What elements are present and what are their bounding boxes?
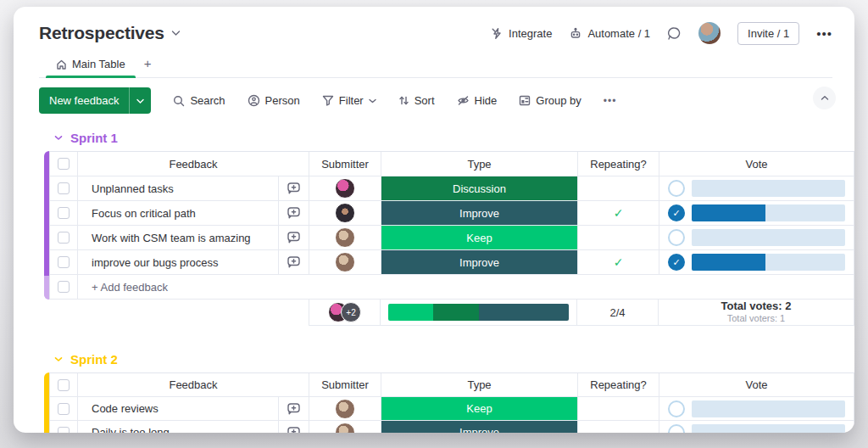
feedback-cell[interactable]: improve our bugs process [78, 250, 279, 275]
column-header-type[interactable]: Type [381, 373, 578, 397]
repeating-cell[interactable] [578, 176, 659, 201]
type-label: Discussion [381, 176, 577, 200]
repeating-cell[interactable]: ✓ [578, 201, 659, 226]
group-by-button[interactable]: Group by [519, 94, 581, 107]
submitter-cell[interactable] [309, 250, 381, 275]
automate-icon [569, 27, 582, 40]
repeating-cell[interactable] [578, 226, 659, 250]
row-checkbox[interactable] [50, 275, 78, 300]
vote-bar [692, 180, 845, 197]
automate-button[interactable]: Automate / 1 [569, 27, 650, 40]
add-update-button[interactable] [279, 201, 309, 226]
submitter-cell[interactable] [309, 201, 381, 226]
submitter-cell[interactable] [309, 397, 381, 421]
submitter-avatar [335, 227, 355, 248]
filter-icon [322, 95, 334, 106]
add-update-button[interactable] [279, 250, 309, 275]
column-header-type[interactable]: Type [381, 152, 578, 176]
row-checkbox[interactable] [50, 397, 78, 421]
vote-checkbox[interactable]: ✓ [668, 229, 685, 246]
group-title-sprint2[interactable]: Sprint 2 [54, 352, 854, 367]
home-icon [56, 59, 67, 70]
board-more-menu[interactable]: ••• [816, 26, 832, 41]
chat-button[interactable] [667, 26, 682, 41]
table-row: Code reviews Keep ✓ [50, 397, 854, 421]
type-cell[interactable]: Improve [381, 250, 578, 275]
page-title: Retrospectives [39, 23, 164, 43]
new-feedback-button[interactable]: New feedback [39, 87, 151, 114]
type-cell[interactable]: Improve [381, 201, 578, 226]
feedback-cell[interactable]: Unplanned tasks [78, 176, 279, 201]
add-update-button[interactable] [279, 397, 309, 421]
feedback-cell[interactable]: Work with CSM team is amazing [78, 226, 279, 250]
select-all-checkbox[interactable] [50, 373, 78, 397]
hide-button[interactable]: Hide [457, 94, 498, 107]
vote-checkbox[interactable]: ✓ [668, 400, 685, 417]
feedback-cell[interactable]: Code reviews [78, 397, 279, 421]
vote-bar [692, 400, 845, 417]
add-update-button[interactable] [279, 226, 309, 250]
collapse-toolbar-button[interactable] [813, 87, 836, 109]
sort-button[interactable]: Sort [398, 94, 435, 107]
board-header: Retrospectives Integrate Automate / 1 [14, 7, 854, 78]
desktop-background: Retrospectives Integrate Automate / 1 [0, 0, 868, 448]
column-header-vote[interactable]: Vote [659, 373, 854, 397]
submitter-cell[interactable] [309, 226, 381, 250]
search-button[interactable]: Search [173, 94, 225, 107]
type-cell[interactable]: Keep [381, 397, 578, 421]
type-cell[interactable]: Discussion [381, 176, 578, 201]
add-update-button[interactable] [279, 421, 309, 433]
vote-checkbox[interactable]: ✓ [668, 254, 685, 271]
summary-type-distribution[interactable] [381, 300, 577, 326]
submitter-cell[interactable] [309, 176, 381, 201]
column-header-repeating[interactable]: Repeating? [578, 373, 659, 397]
summary-submitters[interactable]: +2 [309, 300, 381, 326]
column-header-submitter[interactable]: Submitter [309, 373, 381, 397]
title-chevron-down-icon[interactable] [171, 30, 181, 36]
vote-bar [692, 229, 845, 246]
person-filter-button[interactable]: Person [248, 94, 300, 107]
filter-button[interactable]: Filter [322, 94, 376, 107]
repeating-cell[interactable] [578, 397, 659, 421]
group-color-strip [44, 151, 49, 300]
submitter-avatar [335, 252, 355, 272]
add-view-tab[interactable]: + [139, 53, 160, 77]
row-checkbox[interactable] [50, 250, 78, 275]
select-all-checkbox[interactable] [50, 152, 78, 176]
vote-checkbox[interactable]: ✓ [668, 180, 685, 197]
feedback-cell[interactable]: Focus on critical path [78, 201, 279, 226]
group-title-sprint1[interactable]: Sprint 1 [54, 131, 854, 145]
add-feedback-button[interactable]: + Add feedback [78, 275, 854, 300]
type-cell[interactable]: Improve [381, 421, 578, 433]
vote-checkbox[interactable]: ✓ [668, 204, 685, 221]
type-cell[interactable]: Keep [381, 226, 578, 250]
group-table-sprint1: Feedback Submitter Type Repeating? Vote … [44, 151, 854, 300]
group-chevron-down-icon[interactable] [54, 356, 63, 362]
toolbar-more-menu[interactable]: ••• [604, 95, 617, 107]
row-checkbox[interactable] [50, 176, 78, 201]
column-header-repeating[interactable]: Repeating? [578, 152, 659, 176]
column-header-vote[interactable]: Vote [659, 152, 854, 176]
add-update-button[interactable] [279, 176, 309, 201]
column-header-submitter[interactable]: Submitter [309, 152, 381, 176]
repeating-cell[interactable] [578, 421, 659, 433]
row-checkbox[interactable] [50, 226, 78, 250]
feedback-cell[interactable]: Daily is too long [78, 421, 279, 433]
tab-main-table[interactable]: Main Table [46, 53, 136, 77]
group-chevron-down-icon[interactable] [54, 135, 63, 141]
row-checkbox[interactable] [50, 201, 78, 226]
vote-cell: ✓ [659, 176, 854, 201]
row-checkbox[interactable] [50, 421, 78, 433]
integrate-button[interactable]: Integrate [491, 27, 552, 40]
total-voters: Total voters: 1 [727, 313, 785, 325]
user-avatar[interactable] [698, 22, 721, 44]
column-header-feedback[interactable]: Feedback [78, 373, 309, 397]
submitter-cell[interactable] [309, 421, 381, 433]
new-feedback-dropdown[interactable] [129, 87, 151, 114]
invite-button[interactable]: Invite / 1 [737, 22, 799, 45]
column-header-feedback[interactable]: Feedback [78, 152, 309, 176]
repeating-cell[interactable]: ✓ [578, 250, 659, 275]
vote-cell: ✓ [659, 250, 854, 275]
table-row: Work with CSM team is amazing Keep ✓ [50, 226, 854, 250]
vote-checkbox[interactable]: ✓ [668, 424, 685, 434]
